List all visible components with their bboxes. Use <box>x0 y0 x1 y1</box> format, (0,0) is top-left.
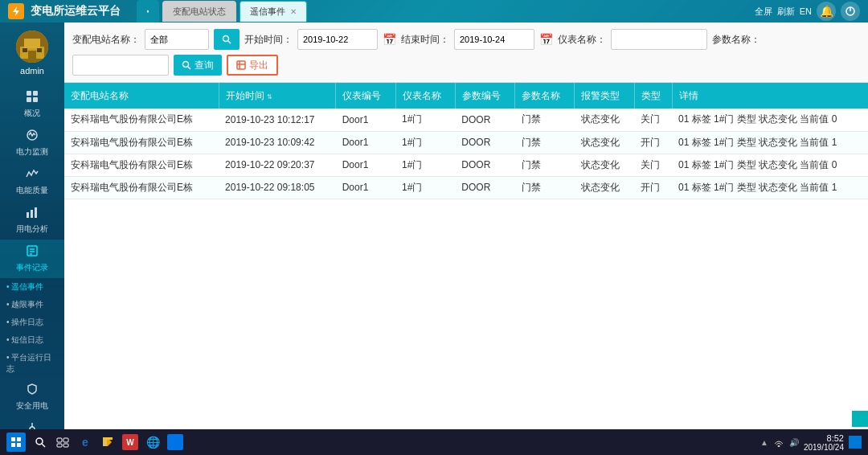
svg-rect-45 <box>63 438 68 442</box>
user-avatar <box>16 31 48 63</box>
app-title: 变电所运维云平台 <box>31 4 121 18</box>
title-bar-controls: 全屏 刷新 EN 🔔 <box>755 2 860 21</box>
taskbar-time: 8:52 2019/10/24 <box>804 433 844 452</box>
col-type: 类型 <box>634 83 672 109</box>
taskbar-task-view[interactable] <box>55 434 71 450</box>
sidebar-subitem-duanlu[interactable]: 短信日志 <box>0 331 64 349</box>
sidebar: admin 概况 <box>0 23 64 455</box>
sidebar-subitem-caozuo[interactable]: 操作日志 <box>0 314 64 331</box>
energy-quality-label: 电能质量 <box>16 185 48 196</box>
taskbar-other[interactable] <box>167 434 183 450</box>
calendar-icon-end[interactable]: 📅 <box>539 33 553 46</box>
svg-rect-40 <box>11 443 15 447</box>
taskbar-ie[interactable]: e <box>77 434 93 450</box>
taskbar-browser[interactable]: 🌐 <box>145 434 161 450</box>
taskbar-left: e W 🌐 <box>0 432 183 452</box>
sidebar-item-safety[interactable]: 安全用电 <box>0 378 64 416</box>
col-device-name: 仪表名称 <box>395 83 455 109</box>
sidebar-item-analysis[interactable]: 用电分析 <box>0 201 64 240</box>
tab-close-icon[interactable]: ✕ <box>290 7 297 16</box>
sidebar-subitem-chaoxian[interactable]: 越限事件 <box>0 296 64 314</box>
start-time-label: 开始时间： <box>244 33 293 47</box>
filter-bar: 变配电站名称： 开始时间： 📅 结束时间： 📅 仪表名称： 参数名称： 查询 <box>64 23 868 83</box>
power-monitor-icon <box>26 129 39 145</box>
analysis-icon <box>26 206 39 222</box>
filter-search-button[interactable] <box>214 29 240 50</box>
svg-rect-14 <box>27 212 29 218</box>
taskbar-wps[interactable]: W <box>122 434 138 450</box>
sidebar-item-energy-quality[interactable]: 电能质量 <box>0 162 64 201</box>
table-row: 安科瑞电气股份有限公司E栋2019-10-22 09:20:37Door11#门… <box>64 154 868 176</box>
corner-button[interactable] <box>852 411 868 427</box>
svg-rect-12 <box>33 97 38 102</box>
svg-rect-10 <box>33 91 38 96</box>
user-name: admin <box>20 66 44 76</box>
sidebar-subitem-yaoxin[interactable]: 遥信事件 <box>0 278 64 296</box>
end-time-label: 结束时间： <box>401 33 449 47</box>
main-content: admin 概况 <box>0 23 868 455</box>
svg-rect-6 <box>28 51 36 59</box>
safety-icon <box>26 383 39 399</box>
analysis-label: 用电分析 <box>16 223 48 235</box>
start-time-input[interactable] <box>297 29 378 50</box>
svg-point-33 <box>183 62 189 68</box>
data-table: 变配电站名称 开始时间 ⇅ 仪表编号 仪表名称 <box>64 83 868 199</box>
title-bar: 变电所运维云平台 变配电站状态 遥信事件 ✕ 全屏 <box>0 0 868 23</box>
device-input[interactable] <box>611 29 707 50</box>
overview-icon <box>26 90 39 106</box>
title-bar-left: 变电所运维云平台 <box>8 3 121 19</box>
svg-line-34 <box>188 67 190 69</box>
notification-area[interactable] <box>849 436 862 449</box>
svg-marker-0 <box>13 6 19 16</box>
station-input[interactable] <box>145 29 209 50</box>
calendar-icon-start[interactable]: 📅 <box>383 33 396 46</box>
tab-home[interactable] <box>137 0 159 23</box>
col-param-name: 参数名称 <box>515 83 575 109</box>
taskbar-search[interactable] <box>32 434 48 450</box>
svg-rect-5 <box>24 39 40 48</box>
lang-label[interactable]: EN <box>800 6 812 16</box>
param-label: 参数名称： <box>712 33 760 47</box>
tab-yaoxin-events[interactable]: 遥信事件 ✕ <box>240 1 307 22</box>
energy-quality-icon <box>26 167 39 183</box>
taskbar-right: ▲ 🔊 8:52 2019/10/24 <box>760 433 868 452</box>
tab-station-status[interactable]: 变配电站状态 <box>162 1 236 22</box>
end-time-input[interactable] <box>454 29 534 50</box>
network-icon <box>773 436 784 449</box>
svg-rect-8 <box>37 48 42 52</box>
taskbar-icons-area: ▲ <box>760 438 768 447</box>
svg-line-43 <box>42 444 45 447</box>
export-button[interactable]: 导出 <box>227 55 278 76</box>
volume-icon: 🔊 <box>789 438 799 447</box>
param-input[interactable] <box>72 55 169 76</box>
fullscreen-label[interactable]: 全屏 <box>755 6 772 18</box>
bell-icon[interactable]: 🔔 <box>817 2 836 21</box>
svg-rect-47 <box>63 444 68 447</box>
events-label: 事件记录 <box>16 262 48 273</box>
svg-rect-38 <box>11 437 15 441</box>
table-body: 安科瑞电气股份有限公司E栋2019-10-23 10:12:17Door11#门… <box>64 109 868 199</box>
device-label: 仪表名称： <box>558 33 606 47</box>
svg-point-31 <box>223 36 229 42</box>
refresh-label[interactable]: 刷新 <box>777 6 795 18</box>
start-button[interactable] <box>6 432 26 452</box>
events-icon <box>26 244 39 260</box>
taskbar: e W 🌐 ▲ 🔊 8:52 2019/10/24 <box>0 429 868 455</box>
svg-rect-39 <box>17 437 21 441</box>
search-button[interactable]: 查询 <box>174 55 222 76</box>
safety-label: 安全用电 <box>16 400 48 412</box>
table-row: 安科瑞电气股份有限公司E栋2019-10-23 10:12:17Door11#门… <box>64 109 868 131</box>
sidebar-item-events[interactable]: 事件记录 <box>0 240 64 278</box>
overview-label: 概况 <box>24 108 40 119</box>
svg-rect-15 <box>31 210 33 218</box>
svg-rect-7 <box>23 48 27 52</box>
taskbar-explorer[interactable] <box>100 434 116 450</box>
svg-rect-44 <box>57 438 62 442</box>
power-icon[interactable] <box>841 2 860 21</box>
main-panel: 变配电站名称： 开始时间： 📅 结束时间： 📅 仪表名称： 参数名称： 查询 <box>64 23 868 455</box>
sidebar-item-overview[interactable]: 概况 <box>0 85 64 124</box>
table-row: 安科瑞电气股份有限公司E栋2019-10-22 09:18:05Door11#门… <box>64 176 868 199</box>
sidebar-subitem-pingtai[interactable]: 平台运行日志 <box>0 349 64 378</box>
sidebar-item-power-monitor[interactable]: 电力监测 <box>0 124 64 162</box>
sort-icon-time: ⇅ <box>267 93 272 100</box>
